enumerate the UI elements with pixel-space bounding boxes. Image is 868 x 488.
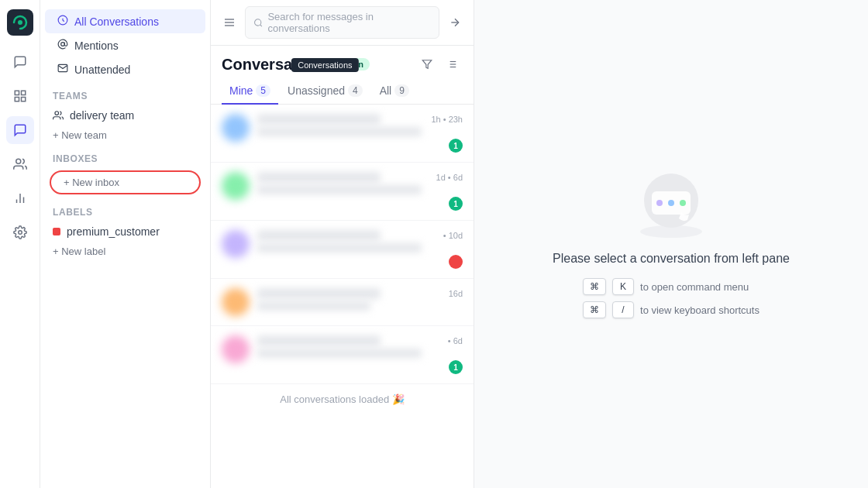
app-logo	[7, 9, 33, 36]
add-team-button[interactable]: + New team	[40, 126, 210, 144]
conv-content: 1d • 6d 1	[257, 172, 463, 211]
red-indicator	[449, 255, 463, 269]
conv-content: • 6d 1	[257, 335, 463, 374]
empty-state-title: Please select a conversation from left p…	[553, 252, 790, 266]
conv-time: 16d	[449, 289, 463, 298]
tab-mine-label: Mine	[229, 84, 253, 97]
svg-point-1	[18, 20, 22, 25]
add-inbox-label: + New inbox	[64, 177, 119, 188]
svg-rect-3	[21, 91, 25, 95]
conv-name	[257, 288, 381, 299]
nav-icon-contacts[interactable]	[6, 150, 34, 178]
nav-icon-reports[interactable]	[6, 82, 34, 110]
status-badge: Open	[336, 58, 370, 70]
tab-all-label: All	[380, 84, 392, 97]
conv-header-actions	[416, 53, 463, 75]
conv-item[interactable]: 1h • 23h 1	[211, 105, 474, 163]
labels-section-label: Labels	[40, 198, 210, 221]
unread-badge: 1	[449, 197, 463, 211]
svg-point-13	[55, 112, 59, 115]
conv-name	[257, 230, 381, 241]
svg-point-29	[656, 200, 663, 206]
svg-point-17	[255, 19, 261, 25]
sort-icon[interactable]	[441, 53, 463, 75]
shortcut-command-menu: ⌘ K to open command menu	[583, 278, 760, 295]
conv-time: 1d • 6d	[436, 173, 463, 182]
nav-icon-conversations[interactable]	[6, 48, 34, 76]
conv-name	[257, 172, 381, 183]
cmd-key: ⌘	[583, 278, 606, 295]
delivery-team-label: delivery team	[70, 109, 134, 122]
svg-marker-19	[422, 60, 432, 69]
compose-icon[interactable]	[444, 12, 466, 33]
sidebar-team-delivery[interactable]: delivery team	[40, 105, 210, 126]
empty-state: Please select a conversation from left p…	[553, 170, 790, 318]
filter-icon[interactable]	[416, 53, 438, 75]
add-inbox-button[interactable]: + New inbox	[51, 174, 199, 191]
conv-name	[257, 114, 381, 125]
search-box[interactable]: Search for messages in conversations	[245, 6, 439, 39]
svg-point-31	[680, 200, 686, 206]
sidebar-item-all-conversations[interactable]: All Conversations	[45, 9, 205, 33]
menu-icon[interactable]	[219, 12, 240, 33]
add-team-label: + New team	[53, 129, 107, 141]
svg-rect-5	[15, 98, 19, 101]
sidebar-item-unattended[interactable]: Unattended	[45, 57, 205, 81]
tab-mine[interactable]: Mine 5	[222, 80, 278, 105]
avatar	[222, 335, 250, 363]
sidebar-item-mentions[interactable]: Mentions	[45, 33, 205, 57]
conversation-list: 1h • 23h 1 1d • 6d 1	[211, 105, 474, 488]
conv-preview	[257, 243, 422, 253]
nav-icon-settings[interactable]	[6, 218, 34, 246]
conv-header: Conversations Open	[211, 46, 474, 75]
conv-preview	[257, 127, 422, 136]
keyboard-shortcuts: ⌘ K to open command menu ⌘ / to view key…	[583, 278, 760, 318]
add-label-label: + New label	[53, 246, 105, 257]
svg-point-10	[18, 231, 22, 235]
premium-customer-label: premium_customer	[67, 225, 160, 238]
conversations-loaded-text: All conversations loaded 🎉	[211, 384, 474, 414]
empty-illustration	[629, 170, 714, 239]
add-label-button[interactable]: + New label	[40, 242, 210, 260]
conv-content: 1h • 23h 1	[257, 114, 463, 153]
svg-point-12	[61, 43, 65, 46]
avatar	[222, 114, 250, 142]
conv-time: 1h • 23h	[431, 115, 463, 124]
svg-point-30	[668, 200, 674, 206]
svg-line-18	[260, 24, 262, 26]
all-conversations-icon	[57, 15, 68, 28]
shortcut2-label: to view keyboard shortcuts	[640, 304, 760, 316]
conv-preview	[257, 301, 370, 311]
conv-item[interactable]: 16d	[211, 279, 474, 326]
conv-time: • 10d	[443, 231, 463, 240]
conv-toolbar: Search for messages in conversations	[211, 0, 474, 46]
nav-icon-inbox[interactable]	[6, 116, 34, 144]
tabs-bar: Mine 5 Conversations Unassigned 4 All 9	[211, 75, 474, 105]
tab-unassigned-label: Unassigned	[288, 84, 345, 97]
unattended-label: Unattended	[74, 64, 130, 76]
svg-point-6	[16, 159, 20, 163]
k-key: K	[612, 278, 634, 295]
tab-unassigned[interactable]: Conversations Unassigned 4	[280, 80, 370, 105]
conv-content: • 10d	[257, 230, 463, 269]
shortcut1-label: to open command menu	[640, 281, 749, 293]
new-inbox-highlight: + New inbox	[50, 170, 201, 194]
conv-item[interactable]: • 10d	[211, 221, 474, 279]
mentions-icon	[57, 39, 68, 52]
tab-all[interactable]: All 9	[372, 80, 417, 105]
conv-preview	[257, 349, 422, 358]
nav-icon-analytics[interactable]	[6, 184, 34, 212]
unattended-icon	[57, 63, 68, 76]
conv-item[interactable]: 1d • 6d 1	[211, 163, 474, 221]
svg-rect-4	[21, 98, 25, 101]
search-placeholder: Search for messages in conversations	[267, 11, 431, 34]
shortcut-keyboard-shortcuts: ⌘ / to view keyboard shortcuts	[583, 301, 760, 318]
sidebar: All Conversations Mentions Unattended Te…	[40, 0, 211, 488]
inboxes-section-label: Inboxes	[40, 144, 210, 167]
sidebar-label-premium[interactable]: premium_customer	[40, 221, 210, 242]
tab-unassigned-count: 4	[348, 84, 363, 97]
avatar	[222, 230, 250, 258]
conv-item[interactable]: • 6d 1	[211, 326, 474, 384]
conv-title: Conversations	[222, 56, 329, 74]
conv-preview	[257, 185, 422, 194]
